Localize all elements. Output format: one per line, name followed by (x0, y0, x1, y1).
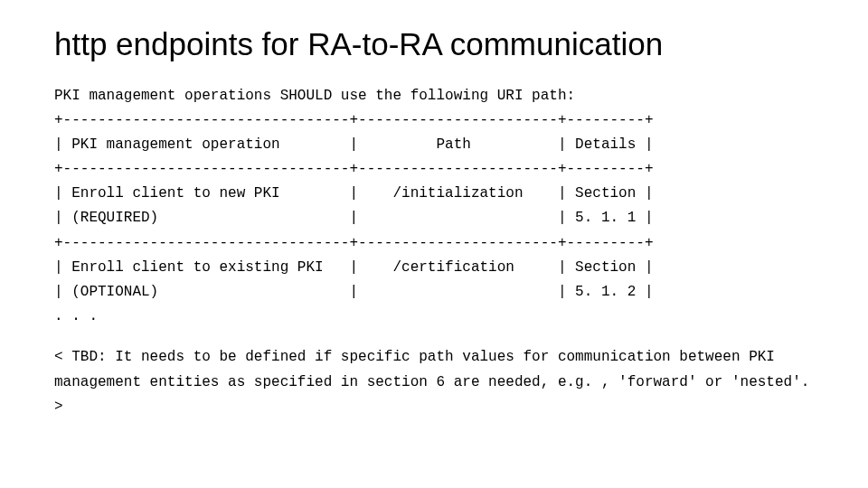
table-row-2-line-1: | Enroll client to existing PKI | /certi… (54, 256, 814, 280)
intro-text: PKI management operations SHOULD use the… (54, 84, 814, 108)
table-row-2-line-2: | (OPTIONAL) | | 5. 1. 2 | (54, 280, 814, 305)
slide: http endpoints for RA-to-RA communicatio… (0, 0, 868, 488)
table-border-mid1: +---------------------------------+-----… (54, 157, 814, 182)
table-border-top: +---------------------------------+-----… (54, 108, 814, 133)
table-border-mid2: +---------------------------------+-----… (54, 231, 814, 256)
table-row-1-line-1: | Enroll client to new PKI | /initializa… (54, 182, 814, 206)
page-title: http endpoints for RA-to-RA communicatio… (54, 27, 814, 62)
ellipsis: . . . (54, 305, 814, 329)
table-row-1-line-2: | (REQUIRED) | | 5. 1. 1 | (54, 206, 814, 230)
tbd-note: < TBD: It needs to be defined if specifi… (54, 345, 814, 419)
table-header-row: | PKI management operation | Path | Deta… (54, 133, 814, 157)
